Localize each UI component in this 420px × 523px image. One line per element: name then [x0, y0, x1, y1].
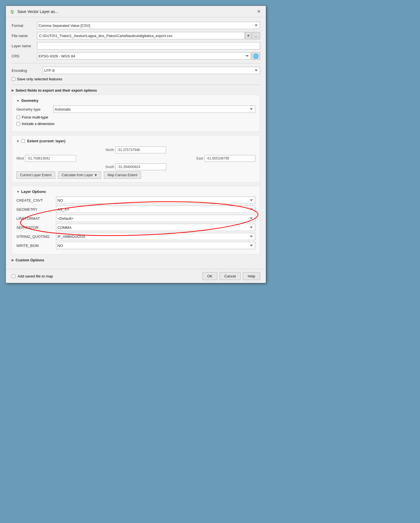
calculate-from-layer-button[interactable]: Calculate from Layer ▼: [58, 171, 101, 179]
calculate-dropdown-arrow-icon: ▼: [94, 173, 97, 177]
west-input[interactable]: [25, 155, 76, 162]
globe-icon: 🌐: [253, 53, 259, 59]
west-field: West: [16, 155, 76, 162]
include-z-row: Include z-dimension: [16, 122, 255, 126]
close-button[interactable]: ✕: [255, 8, 262, 15]
east-field: East: [196, 155, 255, 162]
add-to-map-checkbox[interactable]: [12, 274, 15, 278]
encoding-row: Encoding UTF-8: [12, 67, 260, 74]
north-label: North: [106, 148, 114, 152]
crs-select[interactable]: EPSG:4326 - WGS 84: [37, 52, 251, 60]
west-label: West: [16, 156, 24, 160]
filename-clear-button[interactable]: ✕: [245, 32, 251, 39]
encoding-select[interactable]: UTF-8: [43, 67, 260, 74]
layer-options-section: ▼ Layer Options CREATE_CSVT NO GEOMETRY …: [12, 186, 260, 255]
footer-left: Add saved file to map: [12, 274, 200, 278]
list-item: CREATE_CSVT NO: [16, 197, 255, 204]
layername-label: Layer name: [12, 44, 37, 48]
geometry-section-title: Geometry: [21, 98, 38, 103]
layer-options-header: ▼ Layer Options: [16, 190, 255, 194]
separator-select[interactable]: COMMA: [56, 224, 255, 231]
north-input[interactable]: [115, 147, 166, 153]
crs-row: CRS EPSG:4326 - WGS 84 🌐: [12, 52, 260, 60]
ok-button[interactable]: OK: [202, 272, 217, 280]
save-selected-label: Save only selected features: [17, 77, 62, 81]
save-selected-row: Save only selected features: [12, 77, 260, 81]
custom-options-arrow-icon: ▶: [12, 258, 14, 262]
force-multi-label: Force multi-type: [22, 115, 48, 119]
separator-2: [12, 85, 260, 85]
titlebar-left: Q Save Vector Layer as...: [9, 9, 58, 14]
south-input[interactable]: [115, 163, 166, 170]
format-label: Format: [12, 23, 37, 28]
qgis-logo-icon: Q: [9, 9, 15, 14]
north-field-row: North: [16, 147, 255, 153]
save-vector-dialog: Q Save Vector Layer as... ✕ Format Comma…: [6, 6, 266, 283]
geometry-label: GEOMETRY: [16, 207, 56, 212]
dialog-title: Save Vector Layer as...: [17, 9, 58, 14]
force-multi-row: Force multi-type: [16, 115, 255, 119]
list-item: WRITE_BOM NO: [16, 242, 255, 249]
save-selected-checkbox[interactable]: [12, 77, 15, 81]
separator-label: SEPARATOR: [16, 225, 56, 230]
extent-buttons: Current Layer Extent Calculate from Laye…: [16, 171, 255, 179]
write-bom-label: WRITE_BOM: [16, 244, 56, 248]
extent-section-title: Extent (current: layer): [27, 139, 65, 143]
layername-row: Layer name: [12, 42, 260, 49]
crs-globe-button[interactable]: 🌐: [252, 52, 260, 60]
layername-input[interactable]: [37, 42, 260, 49]
extent-arrow-icon: ▼: [16, 139, 20, 143]
write-bom-select[interactable]: NO: [56, 242, 255, 249]
list-item: STRING_QUOTING IF_AMBIGUOUS: [16, 233, 255, 240]
layer-options-title: Layer Options: [21, 190, 46, 194]
dialog-body: Format Comma Separated Value [CSV] File …: [6, 17, 266, 269]
filename-input[interactable]: [37, 32, 245, 39]
fields-section-title: Select fields to export and their export…: [16, 88, 97, 92]
fields-section-header[interactable]: ▶ Select fields to export and their expo…: [12, 88, 260, 92]
custom-options-section[interactable]: ▶ Custom Options: [12, 258, 260, 262]
format-row: Format Comma Separated Value [CSV]: [12, 22, 260, 29]
create-csvt-label: CREATE_CSVT: [16, 198, 56, 203]
current-layer-extent-button[interactable]: Current Layer Extent: [16, 171, 55, 179]
filename-browse-button[interactable]: ...: [252, 32, 260, 39]
extent-section-header: ▼ Extent (current: layer): [16, 139, 255, 143]
geometry-section-header: ▼ Geometry: [16, 98, 255, 103]
force-multi-checkbox[interactable]: [16, 115, 20, 119]
geometry-type-select[interactable]: Automatic: [53, 106, 255, 113]
east-label: East: [196, 156, 203, 160]
lineformat-select[interactable]: <Default>: [56, 215, 255, 222]
encoding-label: Encoding: [12, 68, 43, 73]
filename-row: File name ✕ ...: [12, 32, 260, 39]
extent-section: ▼ Extent (current: layer) North West Eas…: [12, 135, 260, 182]
include-z-label: Include z-dimension: [22, 122, 55, 126]
filename-label: File name: [12, 34, 37, 38]
custom-options-title: Custom Options: [16, 258, 44, 262]
geometry-arrow-icon: ▼: [16, 99, 20, 102]
cancel-button[interactable]: Cancel: [220, 272, 241, 280]
extent-west-east-row: West East: [16, 155, 255, 162]
list-item: GEOMETRY AS_XY: [16, 206, 255, 213]
calculate-from-layer-label: Calculate from Layer: [62, 173, 93, 177]
separator-1: [12, 63, 260, 63]
format-select[interactable]: Comma Separated Value [CSV]: [37, 22, 260, 29]
help-button[interactable]: Help: [243, 272, 260, 280]
string-quoting-select[interactable]: IF_AMBIGUOUS: [56, 233, 255, 240]
south-label: South: [105, 165, 114, 169]
south-field-row: South: [16, 163, 255, 170]
geometry-select-option[interactable]: AS_XY: [56, 206, 255, 213]
string-quoting-label: STRING_QUOTING: [16, 234, 56, 239]
fields-arrow-icon: ▶: [12, 89, 14, 92]
east-input[interactable]: [204, 155, 255, 162]
extent-checkbox[interactable]: [21, 139, 25, 143]
create-csvt-select[interactable]: NO: [56, 197, 255, 204]
map-canvas-extent-button[interactable]: Map Canvas Extent: [104, 171, 141, 179]
titlebar: Q Save Vector Layer as... ✕: [6, 6, 266, 17]
include-z-checkbox[interactable]: [16, 122, 20, 126]
list-item: LINEFORMAT <Default>: [16, 215, 255, 222]
dialog-footer: Add saved file to map OK Cancel Help: [6, 269, 266, 283]
lineformat-label: LINEFORMAT: [16, 216, 56, 221]
geometry-section: ▼ Geometry Geometry type Automatic Force…: [12, 95, 260, 132]
layer-options-arrow-icon: ▼: [16, 190, 20, 193]
geometry-type-row: Geometry type Automatic: [16, 106, 255, 113]
add-to-map-label: Add saved file to map: [18, 274, 53, 278]
